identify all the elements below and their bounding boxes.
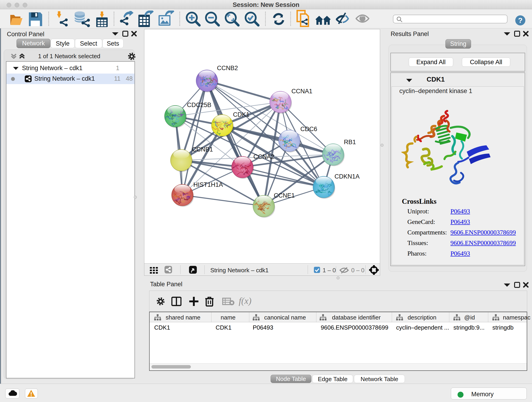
- svg-text:CCNB1: CCNB1: [192, 146, 213, 153]
- svg-text:CCNE1: CCNE1: [274, 192, 295, 199]
- svg-text:CDKN1A: CDKN1A: [335, 173, 360, 180]
- svg-text:CDK1: CDK1: [233, 111, 249, 118]
- svg-text:CCNA2: CCNA2: [253, 153, 274, 160]
- svg-text:RB1: RB1: [344, 139, 356, 146]
- svg-text:CDC25B: CDC25B: [187, 102, 211, 108]
- svg-text:?: ?: [518, 16, 523, 25]
- svg-text:HIST1H1A: HIST1H1A: [193, 181, 223, 188]
- svg-text:CCNB2: CCNB2: [217, 65, 238, 71]
- svg-text:CDC6: CDC6: [300, 126, 317, 133]
- svg-text:CCNA1: CCNA1: [291, 88, 312, 95]
